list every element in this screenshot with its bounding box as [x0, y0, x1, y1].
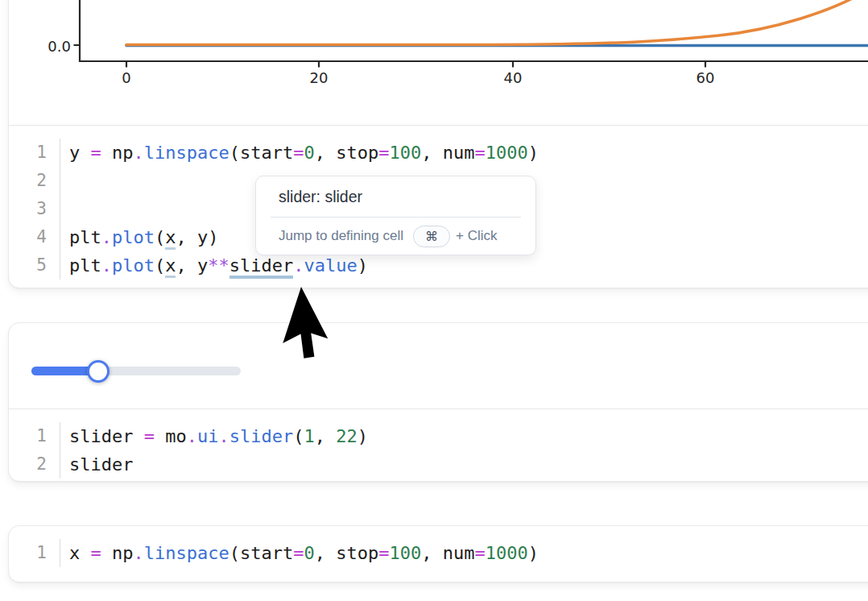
line-number: 1: [9, 539, 60, 567]
tooltip-title: slider: slider: [279, 186, 516, 207]
tooltip-suffix-label: + Click: [456, 228, 497, 244]
line-number: 1: [9, 422, 60, 450]
line-number: 1: [9, 139, 60, 167]
x-tick-label: 0: [109, 70, 144, 86]
x-tick-label: 40: [495, 70, 531, 86]
code-lines: slider = mo.ui.slider(1, 22)slider: [60, 422, 368, 479]
line-number: 2: [9, 167, 60, 195]
gutter: 1: [9, 539, 60, 567]
code-editor-slider[interactable]: 12 slider = mo.ui.slider(1, 22)slider: [9, 409, 868, 487]
hovered-variable-link[interactable]: slider: [229, 255, 293, 279]
tooltip-divider: [271, 217, 521, 218]
variable-link[interactable]: x: [165, 255, 176, 278]
gutter: 12: [9, 422, 60, 479]
line-number: 2: [9, 450, 60, 479]
x-tick-label: 60: [688, 70, 723, 86]
variable-link[interactable]: x: [165, 227, 176, 250]
code-editor-x[interactable]: 1 x = np.linspace(start=0, stop=100, num…: [9, 526, 868, 581]
cell-slider: 12 slider = mo.ui.slider(1, 22)slider: [8, 322, 868, 482]
series-line-power: [126, 0, 866, 45]
line-number: 4: [9, 223, 60, 251]
tooltip-action-label: Jump to defining cell: [279, 228, 403, 244]
matplotlib-figure: [9, 0, 868, 118]
slider-handle[interactable]: [87, 360, 110, 383]
slider-track[interactable]: [31, 367, 241, 375]
line-number: 5: [9, 251, 60, 280]
marimo-notebook-view: 0.0 0 20 40 60 12345 y = np.linspace(sta…: [0, 0, 868, 601]
gutter: 12345: [9, 139, 60, 280]
axis-ticks: [74, 45, 706, 68]
plot-output: 0.0 0 20 40 60: [9, 0, 868, 126]
cmd-key-badge: ⌘: [413, 226, 450, 247]
y-tick-label: 0.0: [43, 39, 71, 55]
x-tick-label: 20: [301, 70, 337, 86]
goto-definition-tooltip: slider: slider Jump to defining cell ⌘ +…: [255, 176, 536, 255]
cursor-pointer-icon: [301, 287, 390, 375]
slider-output: [9, 323, 868, 409]
line-number: 3: [9, 195, 60, 223]
code-lines: x = np.linspace(start=0, stop=100, num=1…: [60, 539, 539, 567]
cell-x: 1 x = np.linspace(start=0, stop=100, num…: [8, 525, 868, 582]
